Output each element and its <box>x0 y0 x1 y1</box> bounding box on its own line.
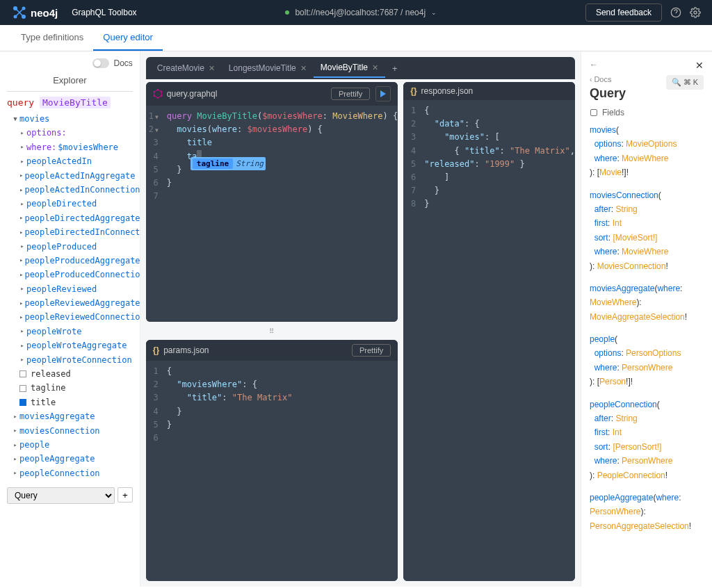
tree-movies[interactable]: ▼movies <box>7 112 133 126</box>
docs-field-entry: peopleAggregate(where: PersonWhere): Per… <box>590 491 704 533</box>
graphql-icon <box>153 89 163 99</box>
explorer-panel: Docs Explorer query MovieByTitle ▼movies… <box>0 51 140 587</box>
svg-point-9 <box>161 95 162 97</box>
query-tab[interactable]: CreateMovie✕ <box>150 58 222 78</box>
neo4j-logo-icon <box>11 4 28 21</box>
query-tabs-bar: CreateMovie✕LongestMovieTitle✕MovieByTit… <box>146 57 575 79</box>
tree-sibling[interactable]: ▸peopleConnection <box>7 466 133 480</box>
tree-child-field[interactable]: ▸peopleActedInConnection <box>7 183 133 197</box>
logo-text: neo4j <box>31 7 58 19</box>
docs-field-entry: people( options: PersonOptions where: Pe… <box>590 332 704 389</box>
tab-close-icon[interactable]: ✕ <box>300 64 307 73</box>
query-editor-code[interactable]: 1▼2▼34567 query MovieByTitle($moviesWher… <box>146 106 398 322</box>
tree-sibling[interactable]: ▸moviesConnection <box>7 424 133 438</box>
svg-marker-6 <box>154 90 162 98</box>
new-tab-button[interactable]: + <box>385 59 405 78</box>
params-editor-code[interactable]: 123456 { "moviesWhere": { "title": "The … <box>146 361 398 581</box>
explorer-title: Explorer <box>7 75 133 85</box>
tree-child-field[interactable]: ▸peopleWrote <box>7 325 133 338</box>
svg-point-8 <box>161 91 162 92</box>
svg-point-10 <box>157 97 159 99</box>
response-panel: {} response.json 12345678 { "data": { "m… <box>403 82 575 581</box>
tree-sibling[interactable]: ▸peopleAggregate <box>7 452 133 466</box>
tree-sibling[interactable]: ▸people <box>7 438 133 452</box>
autocomplete-popup[interactable]: tagline String <box>191 157 266 170</box>
tree-child-field[interactable]: ▸peopleProduced <box>7 240 133 254</box>
settings-icon[interactable] <box>690 7 701 18</box>
fields-icon <box>590 108 598 117</box>
braces-icon: {} <box>153 345 159 355</box>
braces-icon: {} <box>410 86 416 96</box>
add-operation-button[interactable]: + <box>118 487 133 503</box>
docs-back-button[interactable]: ← <box>590 60 598 70</box>
svg-point-5 <box>694 11 697 14</box>
docs-close-button[interactable]: ✕ <box>695 60 704 71</box>
status-dot-icon <box>285 10 289 15</box>
params-editor-panel: {} params.json Prettify 123456 { "movies… <box>146 340 398 581</box>
docs-panel: ← ✕ ‹ Docs Query 🔍 ⌘ K Fields movies( op… <box>581 51 712 587</box>
add-operation-select[interactable]: Query <box>7 487 115 504</box>
nav-query-editor[interactable]: Query editor <box>93 25 163 51</box>
docs-field-entry: moviesAggregate(where: MovieWhere): Movi… <box>590 281 704 324</box>
tree-child-field[interactable]: ▸peopleReviewedConnection <box>7 310 133 324</box>
search-shortcut-button[interactable]: 🔍 ⌘ K <box>666 75 704 90</box>
chevron-down-icon: ⌄ <box>431 9 437 16</box>
response-code[interactable]: 12345678 { "data": { "movies": [ { "titl… <box>403 100 575 581</box>
svg-point-12 <box>154 91 155 92</box>
connection-info[interactable]: bolt://neo4j@localhost:7687 / neo4j ⌄ <box>285 8 437 17</box>
svg-point-11 <box>154 95 155 97</box>
params-filename: params.json <box>163 345 209 355</box>
svg-marker-13 <box>380 90 386 97</box>
query-tab[interactable]: MovieByTitle✕ <box>314 58 385 78</box>
docs-field-entry: moviesConnection( after: String first: I… <box>590 188 704 273</box>
query-prettify-button[interactable]: Prettify <box>331 88 370 100</box>
query-filename: query.graphql <box>167 89 218 99</box>
connection-string: bolt://neo4j@localhost:7687 / neo4j <box>295 8 426 17</box>
fields-section-header: Fields <box>590 108 704 117</box>
response-filename: response.json <box>421 86 474 96</box>
svg-point-7 <box>157 89 159 90</box>
docs-toggle-label: Docs <box>113 58 132 68</box>
tree-child-field[interactable]: ▸peopleWroteConnection <box>7 353 133 367</box>
tree-child-field[interactable]: ▸peopleProducedConnection <box>7 268 133 281</box>
tree-title-field[interactable]: title <box>7 395 133 409</box>
tree-where-arg[interactable]: ▸where:$moviesWhere <box>7 140 133 154</box>
query-summary: query MovieByTitle <box>7 97 133 108</box>
tree-released-field[interactable]: released <box>7 367 133 381</box>
tree-tagline-field[interactable]: tagline <box>7 381 133 395</box>
main-nav: Type definitions Query editor <box>0 25 712 51</box>
tree-child-field[interactable]: ▸peopleProducedAggregate <box>7 254 133 268</box>
tree-child-field[interactable]: ▸peopleReviewedAggregate <box>7 296 133 310</box>
app-header: neo4j GraphQL Toolbox bolt://neo4j@local… <box>0 0 712 25</box>
tree-child-field[interactable]: ▸peopleReviewed <box>7 282 133 296</box>
docs-field-entry: peopleConnection( after: String first: I… <box>590 398 704 482</box>
tree-child-field[interactable]: ▸peopleDirected <box>7 197 133 211</box>
resize-handle[interactable]: ⠿ <box>146 327 398 334</box>
params-prettify-button[interactable]: Prettify <box>352 344 391 357</box>
logo: neo4j <box>11 4 58 21</box>
docs-field-entry: movies( options: MovieOptions where: Mov… <box>590 123 704 180</box>
send-feedback-button[interactable]: Send feedback <box>585 3 662 22</box>
tree-child-field[interactable]: ▸peopleDirectedAggregate <box>7 211 133 225</box>
tree-child-field[interactable]: ▸peopleDirectedInConnection <box>7 225 133 239</box>
query-tab[interactable]: LongestMovieTitle✕ <box>222 58 314 78</box>
tab-close-icon[interactable]: ✕ <box>209 64 215 73</box>
nav-type-definitions[interactable]: Type definitions <box>11 25 93 51</box>
tree-child-field[interactable]: ▸peopleWroteAggregate <box>7 338 133 352</box>
tab-close-icon[interactable]: ✕ <box>372 63 378 72</box>
docs-toggle[interactable] <box>92 58 109 68</box>
run-query-button[interactable] <box>375 86 391 101</box>
tree-child-field[interactable]: ▸peopleActedInAggregate <box>7 169 133 183</box>
editor-area: CreateMovie✕LongestMovieTitle✕MovieByTit… <box>140 51 581 587</box>
help-icon[interactable] <box>670 7 681 18</box>
tree-sibling[interactable]: ▸moviesAggregate <box>7 409 133 423</box>
svg-rect-14 <box>591 110 597 116</box>
tree-child-field[interactable]: ▸peopleActedIn <box>7 154 133 168</box>
query-editor-panel: query.graphql Prettify 1▼2▼34567 query M… <box>146 82 398 322</box>
app-title: GraphQL Toolbox <box>72 8 136 17</box>
tree-options-arg[interactable]: ▸options: <box>7 126 133 140</box>
